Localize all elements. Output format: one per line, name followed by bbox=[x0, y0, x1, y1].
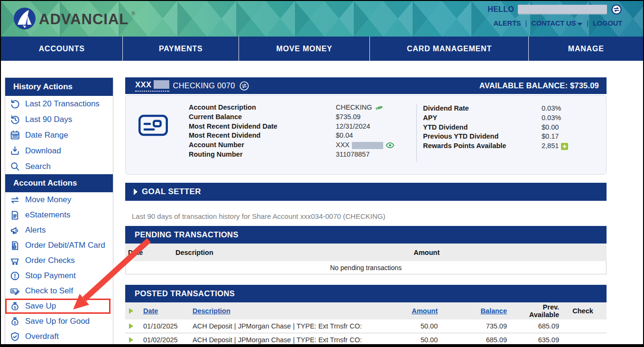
txn-amount: 50.00 bbox=[385, 336, 438, 344]
document-icon bbox=[9, 210, 20, 221]
shield-check-icon bbox=[9, 331, 20, 342]
logout-link[interactable]: LOGOUT bbox=[593, 19, 622, 27]
switch-user-icon[interactable] bbox=[611, 4, 622, 15]
account-details-card: Account Description CHECKING Current Bal… bbox=[125, 95, 607, 175]
txn-balance: 685.09 bbox=[438, 336, 507, 344]
sidebar-item-label: Alerts bbox=[25, 225, 46, 235]
txn-description: ACH Deposit | JPMorgan Chase | TYPE: Ext… bbox=[193, 336, 385, 344]
svg-text:$: $ bbox=[14, 320, 16, 325]
separator: | bbox=[525, 19, 527, 27]
detail-value: CHECKING bbox=[336, 103, 372, 113]
posted-columns-row: Date Description Amount Balance Prev. Av… bbox=[125, 302, 607, 319]
sidebar-item-order-debit-atm-card[interactable]: $ Order Debit/ATM Card bbox=[5, 238, 113, 253]
sidebar-item-check-to-self[interactable]: Check to Self bbox=[5, 283, 113, 299]
main-content: XXX CHECKING 0070 AVAILABLE BALANCE: $73… bbox=[125, 77, 607, 347]
sidebar-item-save-up[interactable]: $ Save Up bbox=[5, 299, 110, 314]
nav-manage[interactable]: MANAGE bbox=[528, 37, 643, 61]
nav-accounts[interactable]: ACCOUNTS bbox=[1, 37, 122, 61]
sidebar-item-move-money[interactable]: Move Money bbox=[5, 192, 113, 207]
top-banner: ADVANCIAL ® HELLO ALERTS | CONTACT US | … bbox=[1, 1, 643, 37]
sidebar-item-label: Save Up for Good bbox=[25, 317, 90, 326]
money-bag-icon: $ bbox=[9, 316, 20, 327]
download-icon bbox=[9, 145, 20, 156]
expand-row-arrow-icon[interactable] bbox=[129, 337, 133, 343]
sidebar-item-last-90-days[interactable]: Last 90 Days bbox=[5, 112, 113, 127]
stop-warning-icon bbox=[9, 271, 20, 281]
contact-us-link[interactable]: CONTACT US bbox=[531, 19, 582, 27]
transaction-row[interactable]: 01/02/2025 ACH Deposit | JPMorgan Chase … bbox=[125, 333, 607, 347]
sidebar-item-alerts[interactable]: Alerts bbox=[5, 223, 113, 238]
detail-label: Previous YTD Dividend bbox=[423, 132, 542, 141]
online-banking-page: ADVANCIAL ® HELLO ALERTS | CONTACT US | … bbox=[0, 0, 644, 347]
redacted-username bbox=[518, 5, 607, 14]
detail-label: Most Recent Dividend bbox=[189, 131, 336, 141]
advancial-logo-icon bbox=[13, 7, 36, 30]
nav-card-management[interactable]: CARD MANAGEMENT bbox=[369, 37, 528, 61]
brand-name: ADVANCIAL bbox=[39, 11, 129, 28]
cart-icon bbox=[9, 255, 20, 266]
checking-card-icon bbox=[138, 113, 169, 137]
expand-all-arrow-icon[interactable] bbox=[129, 308, 133, 314]
detail-label: Most Recent Dividend Date bbox=[189, 122, 336, 131]
expand-row-arrow-icon[interactable] bbox=[129, 323, 133, 329]
clock-history-icon bbox=[9, 114, 20, 125]
nav-payments[interactable]: PAYMENTS bbox=[122, 37, 239, 61]
account-details-right: Dividend Rate 0.03% APY 0.03% YTD Divide… bbox=[416, 104, 568, 162]
add-rewards-icon[interactable] bbox=[561, 143, 568, 150]
sidebar-item-last-20-transactions[interactable]: Last 20 Transactions bbox=[5, 96, 113, 112]
txn-prev-available: 685.09 bbox=[507, 322, 559, 330]
detail-label: Current Balance bbox=[189, 113, 336, 122]
col-description-sort[interactable]: Description bbox=[193, 307, 385, 315]
check-pen-icon bbox=[9, 286, 20, 297]
sidebar-item-save-up-for-good[interactable]: $ Save Up for Good bbox=[5, 314, 113, 329]
masked-account-name: XXX bbox=[135, 80, 169, 92]
search-icon bbox=[9, 161, 20, 172]
sidebar-item-label: Last 90 Days bbox=[25, 115, 72, 124]
col-balance-sort[interactable]: Balance bbox=[438, 307, 507, 315]
registered-mark: ® bbox=[131, 11, 135, 16]
reveal-eye-icon[interactable] bbox=[386, 142, 395, 149]
detail-label: APY bbox=[423, 113, 542, 123]
posted-transactions-header: POSTED TRANSACTIONS bbox=[125, 285, 607, 302]
col-date-sort[interactable]: Date bbox=[143, 307, 193, 315]
sidebar-item-download[interactable]: Download bbox=[5, 143, 113, 159]
switch-account-icon[interactable] bbox=[239, 81, 249, 91]
expand-triangle-icon bbox=[134, 188, 138, 195]
detail-label: YTD Dividend bbox=[423, 123, 542, 132]
posted-transactions-section: POSTED TRANSACTIONS Date Description Amo… bbox=[125, 285, 607, 347]
detail-value: $0.17 bbox=[542, 132, 559, 141]
history-actions-list: Last 20 Transactions Last 90 Days Date R… bbox=[5, 96, 113, 174]
col-check: Check bbox=[559, 307, 607, 315]
detail-label: Account Number bbox=[189, 141, 336, 150]
sidebar-item-label: Order Debit/ATM Card bbox=[25, 241, 105, 250]
redacted-account-number bbox=[352, 142, 383, 149]
history-note: Last 90 days of transaction history for … bbox=[132, 212, 607, 221]
megaphone-icon bbox=[9, 225, 20, 236]
col-prev-available: Prev. Available bbox=[507, 303, 559, 319]
edit-nickname-icon[interactable] bbox=[375, 104, 384, 111]
transaction-row[interactable]: 01/10/2025 ACH Deposit | JPMorgan Chase … bbox=[125, 319, 607, 333]
sidebar-item-order-checks[interactable]: Order Checks bbox=[5, 253, 113, 268]
sidebar-item-label: Check to Self bbox=[25, 286, 73, 296]
sidebar-item-estatements[interactable]: eStatements bbox=[5, 207, 113, 223]
sidebar-item-search[interactable]: Search bbox=[5, 159, 113, 174]
account-details-left: Account Description CHECKING Current Bal… bbox=[189, 103, 416, 174]
goal-setter-bar[interactable]: GOAL SETTER bbox=[125, 183, 607, 201]
sidebar-item-date-range[interactable]: Date Range bbox=[5, 127, 113, 143]
transfer-arrows-icon bbox=[9, 195, 20, 206]
sidebar-item-label: Search bbox=[25, 162, 51, 171]
txn-balance: 735.09 bbox=[438, 322, 507, 330]
sidebar-item-label: Download bbox=[25, 146, 61, 156]
advancial-logo[interactable]: ADVANCIAL ® bbox=[13, 7, 135, 30]
detail-value: $0.00 bbox=[542, 123, 559, 132]
alerts-link[interactable]: ALERTS bbox=[493, 19, 521, 27]
pending-transactions-header: PENDING TRANSACTIONS bbox=[125, 226, 607, 244]
txn-date: 01/10/2025 bbox=[143, 322, 193, 330]
card-order-icon: $ bbox=[9, 240, 20, 251]
chevron-down-icon bbox=[578, 23, 582, 26]
sidebar-item-overdraft[interactable]: Overdraft bbox=[5, 329, 113, 344]
nav-move-money[interactable]: MOVE MONEY bbox=[239, 37, 369, 61]
col-amount-sort[interactable]: Amount bbox=[385, 307, 438, 315]
pending-transactions-section: PENDING TRANSACTIONS Date Description Am… bbox=[125, 226, 607, 274]
sidebar-item-stop-payment[interactable]: Stop Payment bbox=[5, 268, 113, 283]
